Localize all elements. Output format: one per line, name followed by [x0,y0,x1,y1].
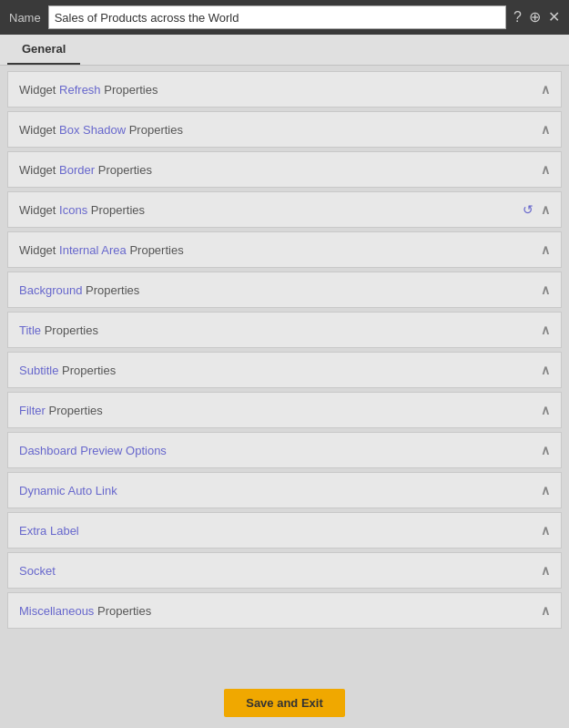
chevron-up-icon-miscellaneous-properties[interactable]: ∧ [541,603,550,618]
chevron-up-icon-background-properties[interactable]: ∧ [541,282,550,297]
chevron-up-icon-widget-icons[interactable]: ∧ [541,202,550,217]
save-exit-button[interactable]: Save and Exit [224,689,345,717]
accordion-label-socket: Socket [19,564,541,578]
move-icon[interactable]: ⊕ [529,10,541,25]
accordion-label-dynamic-auto-link: Dynamic Auto Link [19,484,541,497]
accordion-item-widget-refresh[interactable]: Widget Refresh Properties∧ [7,71,562,108]
chevron-up-icon-socket[interactable]: ∧ [541,563,550,578]
accordion-item-filter-properties[interactable]: Filter Properties∧ [7,392,562,428]
accordion-item-title-properties[interactable]: Title Properties∧ [7,312,562,348]
app-container: Name ? ⊕ ✕ General Widget Refresh Proper… [0,0,569,728]
chevron-up-icon-widget-box-shadow[interactable]: ∧ [541,122,550,137]
accordion-item-socket[interactable]: Socket∧ [7,552,562,589]
accordion-item-dynamic-auto-link[interactable]: Dynamic Auto Link∧ [7,472,562,508]
accordion-item-background-properties[interactable]: Background Properties∧ [7,272,562,308]
close-icon[interactable]: ✕ [548,10,560,25]
chevron-up-icon-dashboard-preview[interactable]: ∧ [541,443,550,457]
accordion-item-widget-box-shadow[interactable]: Widget Box Shadow Properties∧ [7,111,562,148]
widget-name-input[interactable] [48,5,506,29]
accordion-label-extra-label: Extra Label [19,524,541,538]
chevron-up-icon-widget-internal-area[interactable]: ∧ [541,242,550,257]
accordion-item-widget-border[interactable]: Widget Border Properties∧ [7,151,562,188]
chevron-up-icon-title-properties[interactable]: ∧ [541,323,550,337]
accordion-item-dashboard-preview[interactable]: Dashboard Preview Options∧ [7,432,562,468]
chevron-up-icon-widget-border[interactable]: ∧ [541,162,550,177]
accordion-label-dashboard-preview: Dashboard Preview Options [19,444,541,457]
accordion-label-miscellaneous-properties: Miscellaneous Properties [19,604,541,618]
accordion-item-widget-icons[interactable]: Widget Icons Properties↺∧ [7,191,562,228]
accordion-label-widget-icons: Widget Icons Properties [19,203,523,217]
accordion-label-widget-border: Widget Border Properties [19,163,541,177]
accordion-label-subtitle-properties: Subtitle Properties [19,364,541,377]
accordion-label-title-properties: Title Properties [19,323,541,337]
chevron-up-icon-dynamic-auto-link[interactable]: ∧ [541,483,550,497]
header: Name ? ⊕ ✕ [0,0,569,35]
name-label: Name [9,11,41,25]
header-icons: ? ⊕ ✕ [513,10,560,25]
footer: Save and Exit [0,678,569,728]
chevron-up-icon-filter-properties[interactable]: ∧ [541,403,550,417]
tabs-bar: General [0,35,569,66]
accordion-list: Widget Refresh Properties∧Widget Box Sha… [0,66,569,678]
chevron-up-icon-subtitle-properties[interactable]: ∧ [541,363,550,377]
chevron-up-icon-widget-refresh[interactable]: ∧ [541,82,550,97]
accordion-item-widget-internal-area[interactable]: Widget Internal Area Properties∧ [7,231,562,268]
accordion-label-filter-properties: Filter Properties [19,404,541,417]
accordion-label-widget-refresh: Widget Refresh Properties [19,83,541,97]
accordion-label-widget-internal-area: Widget Internal Area Properties [19,243,541,257]
refresh-icon-widget-icons[interactable]: ↺ [523,202,533,217]
chevron-up-icon-extra-label[interactable]: ∧ [541,523,550,538]
accordion-item-extra-label[interactable]: Extra Label∧ [7,512,562,549]
accordion-item-subtitle-properties[interactable]: Subtitle Properties∧ [7,352,562,388]
accordion-item-miscellaneous-properties[interactable]: Miscellaneous Properties∧ [7,592,562,629]
accordion-label-background-properties: Background Properties [19,283,541,297]
accordion-label-widget-box-shadow: Widget Box Shadow Properties [19,123,541,137]
help-icon[interactable]: ? [513,10,522,25]
tab-general[interactable]: General [7,35,80,65]
